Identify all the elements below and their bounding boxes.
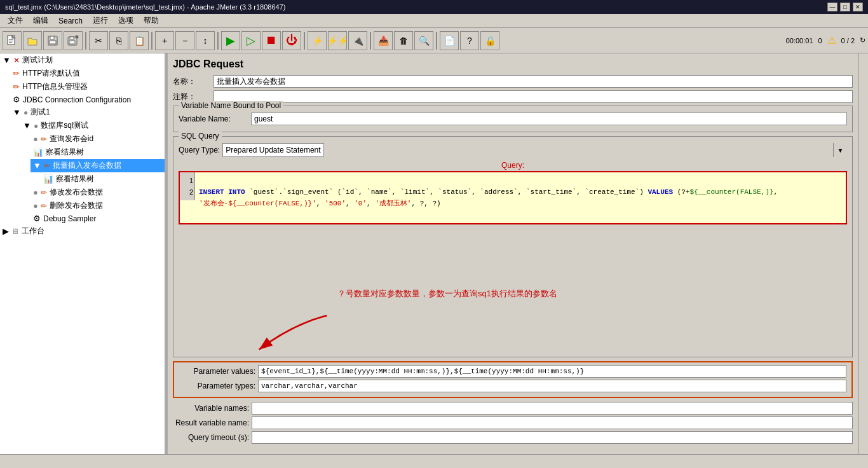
sidebar-item-modify[interactable]: ● ✏ 修改发布会数据	[31, 186, 165, 199]
remote-stop-btn[interactable]: 🔌	[348, 31, 367, 50]
clear-btn[interactable]: 🗑	[394, 31, 413, 50]
sidebar-item-http-header[interactable]: ✏ HTTP信息头管理器	[10, 80, 165, 93]
sep5	[370, 32, 371, 50]
menu-run[interactable]: 运行	[88, 14, 113, 27]
close-btn[interactable]: ✕	[853, 3, 863, 11]
sidebar: ▼ ✕ 测试计划 ✏ HTTP请求默认值 ✏ HTTP信息头管理器 ⚙ JDBC…	[0, 53, 165, 454]
elapsed-time: 00:00:01	[786, 37, 813, 45]
sidebar-item-jdbc-config[interactable]: ⚙ JDBC Connection Configuration	[10, 93, 165, 106]
variable-name-input[interactable]	[251, 113, 847, 125]
sidebar-item-result2[interactable]: 📊 察看结果树	[41, 172, 165, 186]
paste-btn[interactable]: 📋	[130, 31, 149, 50]
sidebar-item-debug[interactable]: ⚙ Debug Sampler	[31, 212, 165, 224]
menu-help[interactable]: 帮助	[139, 14, 164, 27]
svg-rect-8	[70, 37, 74, 39]
query-timeout-input[interactable]	[252, 431, 853, 444]
annotation-arrow	[242, 307, 344, 358]
param-values-input[interactable]	[258, 365, 846, 378]
templates-btn[interactable]: 📄	[440, 31, 459, 50]
search-toolbar-btn[interactable]: 🔍	[414, 31, 433, 50]
sidebar-label-modify: 修改发布会数据	[50, 187, 103, 198]
sep6	[436, 32, 437, 50]
new-btn[interactable]	[3, 31, 22, 50]
sidebar-label-result2: 察看结果树	[56, 174, 94, 184]
warn-icon: ⚠	[827, 34, 836, 46]
name-input[interactable]	[214, 75, 853, 88]
right-scrollbar[interactable]	[858, 53, 868, 454]
sidebar-label-db-test: 数据库sql测试	[41, 120, 88, 131]
sidebar-label-query-id: 查询发布会id	[50, 134, 93, 144]
save-btn[interactable]	[43, 31, 62, 50]
name-row: 名称：	[173, 75, 853, 88]
delete-pencil: ✏	[41, 202, 47, 210]
toggle-btn[interactable]: ↕	[196, 31, 215, 50]
open-btn[interactable]	[23, 31, 42, 50]
sidebar-label-workbench: 工作台	[22, 226, 44, 237]
sidebar-label-test-plan: 测试计划	[22, 55, 53, 65]
result-variable-input[interactable]	[252, 416, 853, 429]
copy-btn[interactable]: ⎘	[109, 31, 128, 50]
menu-edit[interactable]: 编辑	[28, 14, 53, 27]
expand-btn[interactable]: +	[155, 31, 174, 50]
cut-btn[interactable]: ✂	[89, 31, 108, 50]
menu-file[interactable]: 文件	[3, 14, 28, 27]
get-test-plan-btn[interactable]: 📥	[374, 31, 393, 50]
query-type-label: Query Type:	[179, 146, 220, 155]
sidebar-item-db-test[interactable]: ▼ ● 数据库sql测试	[20, 119, 165, 132]
toolbar: ✂ ⎘ 📋 + − ↕ ▶ ▷ ⏹ ⏻ ⚡ ⚡⚡ 🔌 📥 🗑 🔍 📄 ? 🔒 0…	[0, 28, 868, 53]
name-label: 名称：	[173, 76, 211, 87]
ssl-btn[interactable]: 🔒	[480, 31, 499, 50]
start-no-pause-btn[interactable]: ▷	[241, 31, 261, 50]
param-values-label: Parameter values:	[179, 367, 255, 376]
query-timeout-label: Query timeout (s):	[173, 433, 249, 442]
query-type-select[interactable]: Prepared Update Statement Select Stateme…	[222, 143, 324, 157]
param-types-row: Parameter types:	[179, 380, 846, 392]
comment-input[interactable]	[214, 90, 853, 103]
sidebar-item-result1[interactable]: 📊 察看结果树	[31, 146, 165, 159]
param-types-label: Parameter types:	[179, 382, 255, 390]
remote-start-all-btn[interactable]: ⚡⚡	[328, 31, 347, 50]
http-header-icon: ✏	[13, 82, 20, 92]
param-values-row: Parameter values:	[179, 365, 846, 378]
maximize-btn[interactable]: □	[840, 3, 850, 11]
menu-options[interactable]: 选项	[113, 14, 139, 27]
window-title: sql_test.jmx (C:\Users\24831\Desktop\jme…	[5, 3, 285, 11]
variable-name-label: Variable Name:	[179, 114, 248, 123]
sidebar-item-http-default[interactable]: ✏ HTTP请求默认值	[10, 67, 165, 80]
save-all-btn[interactable]	[64, 31, 83, 50]
stop-btn[interactable]: ⏹	[262, 31, 281, 50]
sidebar-item-delete[interactable]: ● ✏ 删除发布会数据	[31, 199, 165, 212]
sep2	[151, 32, 153, 50]
sep3	[217, 32, 219, 50]
modify-icon: ●	[33, 188, 38, 197]
start-btn[interactable]: ▶	[221, 31, 240, 50]
sidebar-item-test-plan[interactable]: ▼ ✕ 测试计划	[0, 53, 165, 67]
collapse-btn[interactable]: −	[175, 31, 194, 50]
variable-names-label: Variable names:	[173, 404, 249, 413]
variable-names-input[interactable]	[252, 402, 853, 415]
delete-icon: ●	[33, 201, 38, 210]
sep1	[85, 32, 86, 50]
remote-start-btn[interactable]: ⚡	[308, 31, 327, 50]
result-variable-label: Result variable name:	[173, 418, 249, 427]
content-area: JDBC Request 名称： 注释： Variable Name Bound…	[168, 53, 858, 454]
sidebar-label-result1: 察看结果树	[46, 147, 84, 158]
variable-names-row: Variable names:	[173, 402, 853, 415]
query-line-numbers: 1 2	[180, 172, 195, 200]
variable-name-row: Variable Name:	[179, 113, 847, 125]
sidebar-item-workbench[interactable]: ▶ 🖥 工作台	[0, 224, 165, 238]
sidebar-label-jdbc-config: JDBC Connection Configuration	[23, 95, 131, 104]
svg-rect-1	[9, 39, 13, 40]
query-text[interactable]: INSERT INTO `guest`.`sign_event` (`id`, …	[196, 172, 846, 223]
sidebar-item-batch-insert[interactable]: ▼ ✏ 批量插入发布会数据	[31, 159, 165, 172]
shutdown-btn[interactable]: ⏻	[282, 31, 301, 50]
param-types-input[interactable]	[258, 380, 846, 392]
jdbc-config-icon: ⚙	[13, 95, 20, 104]
sidebar-item-query-id[interactable]: ● ✏ 查询发布会id	[31, 132, 165, 146]
menu-search[interactable]: Search	[53, 15, 88, 27]
loop-icon: ↻	[860, 36, 865, 45]
help-btn[interactable]: ?	[460, 31, 479, 50]
sidebar-item-test1[interactable]: ▼ ● 测试1	[10, 106, 165, 119]
modify-pencil: ✏	[41, 188, 47, 197]
minimize-btn[interactable]: —	[827, 3, 837, 11]
